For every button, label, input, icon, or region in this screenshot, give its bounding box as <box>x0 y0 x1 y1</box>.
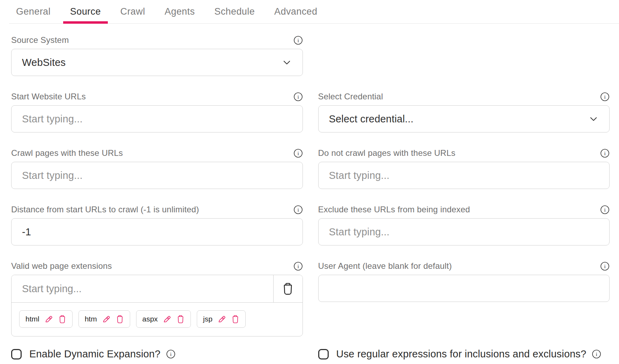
extension-tag-label: aspx <box>142 315 158 323</box>
info-icon[interactable] <box>293 205 303 214</box>
source-system-value: WebSites <box>22 57 66 68</box>
source-system-select[interactable]: WebSites <box>11 49 303 76</box>
options-row: Enable Dynamic Expansion? Use regular ex… <box>0 348 619 360</box>
info-icon[interactable] <box>293 92 303 101</box>
info-icon[interactable] <box>293 36 303 45</box>
extension-tag-label: htm <box>85 315 97 323</box>
extension-tag: aspx <box>136 310 191 328</box>
tab-source[interactable]: Source <box>63 0 108 23</box>
crawl-pages-label: Crawl pages with these URLs <box>11 148 123 158</box>
field-exclude-indexed: Exclude these URLs from being indexed <box>318 205 610 245</box>
start-website-urls-input[interactable] <box>11 105 303 132</box>
field-select-credential: Select Credential Select credential... <box>318 92 610 132</box>
source-settings-form: Source System WebSites Start Website URL… <box>0 24 619 336</box>
field-crawl-pages: Crawl pages with these URLs <box>11 149 303 189</box>
do-not-crawl-label: Do not crawl pages with these URLs <box>318 148 456 158</box>
field-start-website-urls: Start Website URLs <box>11 92 303 132</box>
info-icon[interactable] <box>293 149 303 158</box>
source-system-label: Source System <box>11 35 69 45</box>
select-credential-value: Select credential... <box>329 113 414 125</box>
extension-tag-label: html <box>25 315 39 323</box>
crawl-distance-input[interactable] <box>11 218 303 245</box>
pencil-icon[interactable] <box>102 314 111 324</box>
trash-icon[interactable] <box>231 315 239 324</box>
tab-bar: General Source Crawl Agents Schedule Adv… <box>9 0 619 24</box>
info-icon[interactable] <box>600 205 610 214</box>
extension-tag-list: html htm aspx jsp <box>12 302 303 336</box>
extension-tag: jsp <box>197 310 246 328</box>
exclude-indexed-label: Exclude these URLs from being indexed <box>318 205 470 214</box>
do-not-crawl-input[interactable] <box>318 162 610 189</box>
crawl-distance-label: Distance from start URLs to crawl (-1 is… <box>11 205 199 214</box>
info-icon[interactable] <box>600 261 610 271</box>
user-agent-label: User Agent (leave blank for default) <box>318 261 452 271</box>
valid-extensions-input[interactable] <box>12 275 273 302</box>
field-user-agent: User Agent (leave blank for default) <box>318 261 610 302</box>
info-icon[interactable] <box>600 92 610 101</box>
clear-extensions-button[interactable] <box>273 275 303 302</box>
tab-crawl[interactable]: Crawl <box>113 0 152 23</box>
start-website-urls-label: Start Website URLs <box>11 92 86 101</box>
trash-icon[interactable] <box>177 315 185 324</box>
left-column: Source System WebSites Start Website URL… <box>11 36 303 336</box>
dynamic-expansion-option: Enable Dynamic Expansion? <box>11 348 303 360</box>
exclude-indexed-input[interactable] <box>318 218 610 245</box>
pencil-icon[interactable] <box>44 314 53 324</box>
pencil-icon[interactable] <box>217 314 226 324</box>
dynamic-expansion-label: Enable Dynamic Expansion? <box>29 348 161 360</box>
pencil-icon[interactable] <box>163 314 172 324</box>
tab-schedule[interactable]: Schedule <box>207 0 262 23</box>
info-icon[interactable] <box>600 149 610 158</box>
chevron-down-icon <box>588 114 599 124</box>
tab-advanced[interactable]: Advanced <box>267 0 324 23</box>
tab-agents[interactable]: Agents <box>158 0 202 23</box>
info-icon[interactable] <box>166 349 176 359</box>
crawl-pages-input[interactable] <box>11 162 303 189</box>
field-do-not-crawl: Do not crawl pages with these URLs <box>318 149 610 189</box>
chevron-down-icon <box>282 57 292 68</box>
select-credential-label: Select Credential <box>318 92 383 101</box>
trash-icon[interactable] <box>116 315 124 324</box>
extension-tag: htm <box>79 310 130 328</box>
info-icon[interactable] <box>592 349 601 359</box>
dynamic-expansion-checkbox[interactable] <box>11 349 22 359</box>
field-valid-extensions: Valid web page extensions html <box>11 261 303 336</box>
select-credential-select[interactable]: Select credential... <box>318 105 610 132</box>
info-icon[interactable] <box>293 261 303 271</box>
tab-general[interactable]: General <box>9 0 58 23</box>
trash-icon[interactable] <box>58 315 66 324</box>
extension-tag-label: jsp <box>203 315 212 323</box>
use-regex-label: Use regular expressions for inclusions a… <box>336 348 587 360</box>
use-regex-option: Use regular expressions for inclusions a… <box>318 348 610 360</box>
valid-extensions-editor: html htm aspx jsp <box>11 275 303 336</box>
extension-tag: html <box>19 310 73 328</box>
user-agent-input[interactable] <box>318 275 610 302</box>
field-crawl-distance: Distance from start URLs to crawl (-1 is… <box>11 205 303 245</box>
trash-icon <box>282 282 294 295</box>
use-regex-checkbox[interactable] <box>318 349 329 359</box>
valid-extensions-label: Valid web page extensions <box>11 261 112 271</box>
right-column: Select Credential Select credential... D… <box>318 36 610 318</box>
field-source-system: Source System WebSites <box>11 36 303 76</box>
